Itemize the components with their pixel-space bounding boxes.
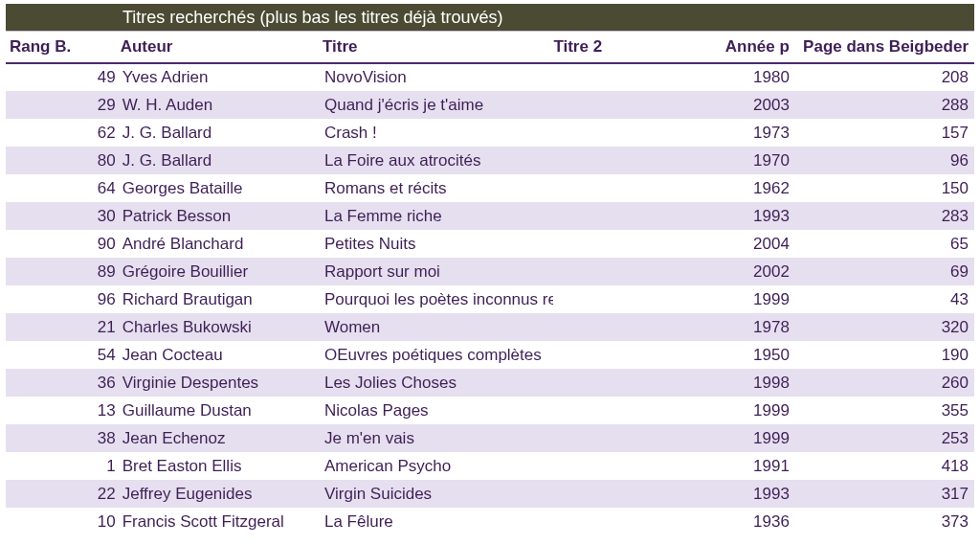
books-table: Rang B. Auteur Titre Titre 2 Année p Pag… (6, 32, 974, 535)
cell-auteur: Georges Bataille (121, 174, 323, 202)
cell-auteur: J. G. Ballard (121, 147, 323, 174)
table-row[interactable]: 30Patrick BessonLa Femme riche1993283 (6, 202, 974, 230)
table-row[interactable]: 21Charles BukowskiWomen1978320 (6, 313, 974, 341)
cell-page: 157 (801, 119, 974, 147)
cell-auteur: Grégoire Bouillier (121, 258, 323, 285)
cell-titre2 (553, 285, 664, 313)
cell-rang: 36 (6, 369, 121, 397)
cell-annee: 1999 (664, 285, 801, 313)
cell-titre2 (553, 480, 664, 508)
cell-titre: La Fêlure (323, 508, 553, 535)
cell-annee: 2004 (664, 230, 801, 258)
cell-page: 253 (801, 424, 974, 452)
cell-annee: 1936 (664, 508, 801, 535)
cell-annee: 1993 (664, 480, 801, 508)
cell-page: 373 (801, 508, 974, 535)
cell-auteur: Richard Brautigan (121, 285, 323, 313)
cell-auteur: André Blanchard (121, 230, 323, 258)
cell-auteur: Charles Bukowski (121, 313, 323, 341)
cell-page: 355 (801, 397, 974, 424)
table-title: Titres recherchés (plus bas les titres d… (6, 4, 974, 32)
cell-titre2 (553, 174, 664, 202)
table-row[interactable]: 96Richard BrautiganPourquoi les poètes i… (6, 285, 974, 313)
cell-auteur: Jean Cocteau (121, 341, 323, 369)
cell-rang: 54 (6, 341, 121, 369)
cell-titre: Nicolas Pages (323, 397, 553, 424)
cell-auteur: Virginie Despentes (121, 369, 323, 397)
table-row[interactable]: 13Guillaume DustanNicolas Pages1999355 (6, 397, 974, 424)
cell-titre: Je m'en vais (323, 424, 553, 452)
cell-page: 418 (801, 452, 974, 480)
col-header-rang[interactable]: Rang B. (6, 32, 121, 63)
cell-titre2 (553, 119, 664, 147)
cell-auteur: Jeffrey Eugenides (121, 480, 323, 508)
table-row[interactable]: 36Virginie DespentesLes Jolies Choses199… (6, 369, 974, 397)
cell-annee: 2002 (664, 258, 801, 285)
cell-titre: Virgin Suicides (323, 480, 553, 508)
cell-rang: 80 (6, 147, 121, 174)
col-header-titre[interactable]: Titre (323, 32, 553, 63)
cell-rang: 30 (6, 202, 121, 230)
table-row[interactable]: 10Francis Scott FitzgeralLa Fêlure193637… (6, 508, 974, 535)
cell-rang: 13 (6, 397, 121, 424)
cell-page: 96 (801, 147, 974, 174)
cell-annee: 1970 (664, 147, 801, 174)
table-row[interactable]: 29W. H. AudenQuand j'écris je t'aime2003… (6, 91, 974, 119)
cell-auteur: Bret Easton Ellis (121, 452, 323, 480)
cell-titre2 (553, 397, 664, 424)
col-header-titre2[interactable]: Titre 2 (553, 32, 664, 63)
cell-annee: 1991 (664, 452, 801, 480)
cell-titre2 (553, 508, 664, 535)
col-header-annee[interactable]: Année p (664, 32, 801, 63)
cell-rang: 1 (6, 452, 121, 480)
col-header-page[interactable]: Page dans Beigbeder (801, 32, 974, 63)
cell-auteur: Francis Scott Fitzgeral (121, 508, 323, 535)
cell-annee: 2003 (664, 91, 801, 119)
cell-annee: 1993 (664, 202, 801, 230)
table-row[interactable]: 89Grégoire BouillierRapport sur moi20026… (6, 258, 974, 285)
table-row[interactable]: 62J. G. BallardCrash !1973157 (6, 119, 974, 147)
cell-titre: Pourquoi les poètes inconnus restent inc… (323, 285, 553, 313)
cell-titre2 (553, 341, 664, 369)
cell-annee: 1962 (664, 174, 801, 202)
table-row[interactable]: 1Bret Easton EllisAmerican Psycho1991418 (6, 452, 974, 480)
cell-annee: 1998 (664, 369, 801, 397)
cell-titre: OEuvres poétiques complètes (323, 341, 553, 369)
cell-titre: American Psycho (323, 452, 553, 480)
table-row[interactable]: 80J. G. BallardLa Foire aux atrocités197… (6, 147, 974, 174)
table-body: 49Yves AdrienNovoVision198020829W. H. Au… (6, 63, 974, 535)
cell-titre2 (553, 91, 664, 119)
cell-titre2 (553, 313, 664, 341)
cell-titre2 (553, 369, 664, 397)
cell-titre2 (553, 63, 664, 91)
cell-titre: Quand j'écris je t'aime (323, 91, 553, 119)
cell-page: 320 (801, 313, 974, 341)
cell-auteur: J. G. Ballard (121, 119, 323, 147)
cell-titre2 (553, 230, 664, 258)
cell-page: 65 (801, 230, 974, 258)
book-list-table-container: Titres recherchés (plus bas les titres d… (0, 0, 980, 539)
cell-page: 43 (801, 285, 974, 313)
cell-rang: 89 (6, 258, 121, 285)
cell-page: 288 (801, 91, 974, 119)
table-row[interactable]: 64Georges BatailleRomans et récits196215… (6, 174, 974, 202)
cell-page: 69 (801, 258, 974, 285)
cell-titre2 (553, 202, 664, 230)
cell-rang: 29 (6, 91, 121, 119)
cell-annee: 1999 (664, 424, 801, 452)
table-row[interactable]: 38Jean EchenozJe m'en vais1999253 (6, 424, 974, 452)
col-header-auteur[interactable]: Auteur (121, 32, 323, 63)
cell-page: 260 (801, 369, 974, 397)
table-row[interactable]: 54Jean CocteauOEuvres poétiques complète… (6, 341, 974, 369)
cell-auteur: Guillaume Dustan (121, 397, 323, 424)
table-row[interactable]: 22Jeffrey EugenidesVirgin Suicides199331… (6, 480, 974, 508)
cell-titre: NovoVision (323, 63, 553, 91)
cell-titre: Les Jolies Choses (323, 369, 553, 397)
cell-auteur: W. H. Auden (121, 91, 323, 119)
cell-rang: 10 (6, 508, 121, 535)
cell-rang: 90 (6, 230, 121, 258)
cell-titre: Petites Nuits (323, 230, 553, 258)
cell-page: 150 (801, 174, 974, 202)
table-row[interactable]: 49Yves AdrienNovoVision1980208 (6, 63, 974, 91)
table-row[interactable]: 90André BlanchardPetites Nuits200465 (6, 230, 974, 258)
